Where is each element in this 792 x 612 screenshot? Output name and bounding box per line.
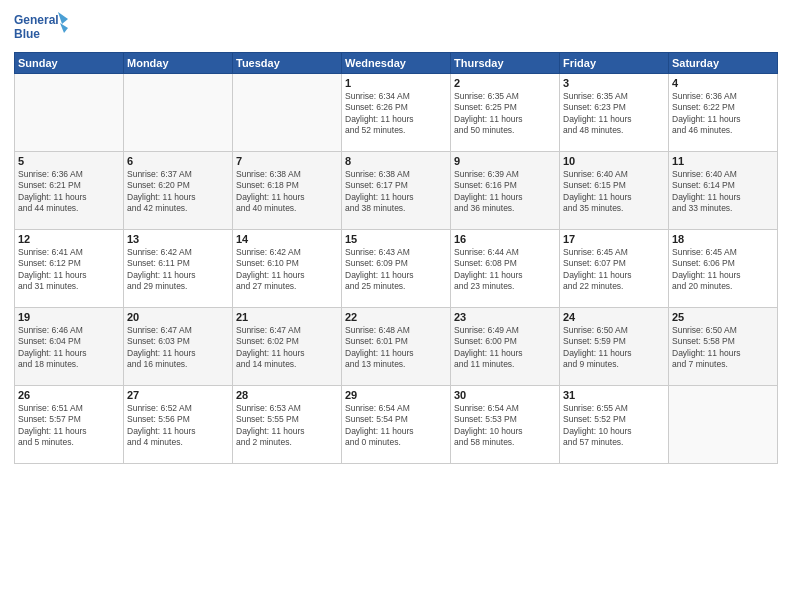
logo: General Blue (14, 10, 69, 46)
day-number: 29 (345, 389, 447, 401)
day-info: Sunrise: 6:35 AM Sunset: 6:25 PM Dayligh… (454, 91, 556, 137)
day-number: 22 (345, 311, 447, 323)
day-cell: 30Sunrise: 6:54 AM Sunset: 5:53 PM Dayli… (451, 386, 560, 464)
day-number: 31 (563, 389, 665, 401)
weekday-saturday: Saturday (669, 53, 778, 74)
day-info: Sunrise: 6:34 AM Sunset: 6:26 PM Dayligh… (345, 91, 447, 137)
day-number: 16 (454, 233, 556, 245)
day-info: Sunrise: 6:54 AM Sunset: 5:53 PM Dayligh… (454, 403, 556, 449)
day-number: 2 (454, 77, 556, 89)
day-cell: 14Sunrise: 6:42 AM Sunset: 6:10 PM Dayli… (233, 230, 342, 308)
week-row-4: 19Sunrise: 6:46 AM Sunset: 6:04 PM Dayli… (15, 308, 778, 386)
day-info: Sunrise: 6:51 AM Sunset: 5:57 PM Dayligh… (18, 403, 120, 449)
day-info: Sunrise: 6:44 AM Sunset: 6:08 PM Dayligh… (454, 247, 556, 293)
week-row-5: 26Sunrise: 6:51 AM Sunset: 5:57 PM Dayli… (15, 386, 778, 464)
day-info: Sunrise: 6:42 AM Sunset: 6:11 PM Dayligh… (127, 247, 229, 293)
day-number: 12 (18, 233, 120, 245)
day-number: 28 (236, 389, 338, 401)
day-info: Sunrise: 6:50 AM Sunset: 5:59 PM Dayligh… (563, 325, 665, 371)
day-cell: 4Sunrise: 6:36 AM Sunset: 6:22 PM Daylig… (669, 74, 778, 152)
calendar-body: 1Sunrise: 6:34 AM Sunset: 6:26 PM Daylig… (15, 74, 778, 464)
day-number: 5 (18, 155, 120, 167)
weekday-tuesday: Tuesday (233, 53, 342, 74)
day-number: 20 (127, 311, 229, 323)
day-info: Sunrise: 6:39 AM Sunset: 6:16 PM Dayligh… (454, 169, 556, 215)
day-cell: 12Sunrise: 6:41 AM Sunset: 6:12 PM Dayli… (15, 230, 124, 308)
day-number: 21 (236, 311, 338, 323)
day-cell: 26Sunrise: 6:51 AM Sunset: 5:57 PM Dayli… (15, 386, 124, 464)
day-number: 7 (236, 155, 338, 167)
day-cell: 13Sunrise: 6:42 AM Sunset: 6:11 PM Dayli… (124, 230, 233, 308)
day-cell: 22Sunrise: 6:48 AM Sunset: 6:01 PM Dayli… (342, 308, 451, 386)
week-row-3: 12Sunrise: 6:41 AM Sunset: 6:12 PM Dayli… (15, 230, 778, 308)
day-number: 26 (18, 389, 120, 401)
svg-text:General: General (14, 13, 59, 27)
weekday-thursday: Thursday (451, 53, 560, 74)
day-info: Sunrise: 6:38 AM Sunset: 6:18 PM Dayligh… (236, 169, 338, 215)
day-number: 23 (454, 311, 556, 323)
day-cell: 16Sunrise: 6:44 AM Sunset: 6:08 PM Dayli… (451, 230, 560, 308)
day-cell: 18Sunrise: 6:45 AM Sunset: 6:06 PM Dayli… (669, 230, 778, 308)
day-number: 1 (345, 77, 447, 89)
day-number: 9 (454, 155, 556, 167)
day-cell: 3Sunrise: 6:35 AM Sunset: 6:23 PM Daylig… (560, 74, 669, 152)
svg-marker-3 (60, 23, 68, 33)
day-number: 11 (672, 155, 774, 167)
day-number: 25 (672, 311, 774, 323)
day-cell: 24Sunrise: 6:50 AM Sunset: 5:59 PM Dayli… (560, 308, 669, 386)
day-cell: 10Sunrise: 6:40 AM Sunset: 6:15 PM Dayli… (560, 152, 669, 230)
day-cell: 8Sunrise: 6:38 AM Sunset: 6:17 PM Daylig… (342, 152, 451, 230)
day-number: 3 (563, 77, 665, 89)
day-cell: 21Sunrise: 6:47 AM Sunset: 6:02 PM Dayli… (233, 308, 342, 386)
week-row-1: 1Sunrise: 6:34 AM Sunset: 6:26 PM Daylig… (15, 74, 778, 152)
day-number: 27 (127, 389, 229, 401)
day-cell: 19Sunrise: 6:46 AM Sunset: 6:04 PM Dayli… (15, 308, 124, 386)
weekday-wednesday: Wednesday (342, 53, 451, 74)
day-number: 10 (563, 155, 665, 167)
weekday-friday: Friday (560, 53, 669, 74)
day-info: Sunrise: 6:43 AM Sunset: 6:09 PM Dayligh… (345, 247, 447, 293)
header: General Blue (14, 10, 778, 46)
day-number: 18 (672, 233, 774, 245)
svg-text:Blue: Blue (14, 27, 40, 41)
day-cell (15, 74, 124, 152)
day-cell: 29Sunrise: 6:54 AM Sunset: 5:54 PM Dayli… (342, 386, 451, 464)
day-info: Sunrise: 6:47 AM Sunset: 6:03 PM Dayligh… (127, 325, 229, 371)
weekday-row: SundayMondayTuesdayWednesdayThursdayFrid… (15, 53, 778, 74)
day-info: Sunrise: 6:48 AM Sunset: 6:01 PM Dayligh… (345, 325, 447, 371)
day-cell: 17Sunrise: 6:45 AM Sunset: 6:07 PM Dayli… (560, 230, 669, 308)
day-info: Sunrise: 6:49 AM Sunset: 6:00 PM Dayligh… (454, 325, 556, 371)
day-cell (233, 74, 342, 152)
day-cell: 20Sunrise: 6:47 AM Sunset: 6:03 PM Dayli… (124, 308, 233, 386)
day-info: Sunrise: 6:45 AM Sunset: 6:07 PM Dayligh… (563, 247, 665, 293)
day-info: Sunrise: 6:40 AM Sunset: 6:15 PM Dayligh… (563, 169, 665, 215)
day-number: 14 (236, 233, 338, 245)
day-number: 30 (454, 389, 556, 401)
day-info: Sunrise: 6:38 AM Sunset: 6:17 PM Dayligh… (345, 169, 447, 215)
day-cell: 2Sunrise: 6:35 AM Sunset: 6:25 PM Daylig… (451, 74, 560, 152)
calendar-table: SundayMondayTuesdayWednesdayThursdayFrid… (14, 52, 778, 464)
day-cell: 27Sunrise: 6:52 AM Sunset: 5:56 PM Dayli… (124, 386, 233, 464)
day-number: 17 (563, 233, 665, 245)
day-cell: 23Sunrise: 6:49 AM Sunset: 6:00 PM Dayli… (451, 308, 560, 386)
day-info: Sunrise: 6:54 AM Sunset: 5:54 PM Dayligh… (345, 403, 447, 449)
general-blue-logo: General Blue (14, 10, 69, 46)
day-info: Sunrise: 6:35 AM Sunset: 6:23 PM Dayligh… (563, 91, 665, 137)
day-cell (124, 74, 233, 152)
day-number: 24 (563, 311, 665, 323)
day-cell: 6Sunrise: 6:37 AM Sunset: 6:20 PM Daylig… (124, 152, 233, 230)
day-number: 4 (672, 77, 774, 89)
day-info: Sunrise: 6:52 AM Sunset: 5:56 PM Dayligh… (127, 403, 229, 449)
day-cell: 15Sunrise: 6:43 AM Sunset: 6:09 PM Dayli… (342, 230, 451, 308)
day-info: Sunrise: 6:55 AM Sunset: 5:52 PM Dayligh… (563, 403, 665, 449)
day-info: Sunrise: 6:45 AM Sunset: 6:06 PM Dayligh… (672, 247, 774, 293)
day-info: Sunrise: 6:42 AM Sunset: 6:10 PM Dayligh… (236, 247, 338, 293)
day-info: Sunrise: 6:36 AM Sunset: 6:21 PM Dayligh… (18, 169, 120, 215)
week-row-2: 5Sunrise: 6:36 AM Sunset: 6:21 PM Daylig… (15, 152, 778, 230)
day-info: Sunrise: 6:41 AM Sunset: 6:12 PM Dayligh… (18, 247, 120, 293)
day-number: 6 (127, 155, 229, 167)
day-cell: 11Sunrise: 6:40 AM Sunset: 6:14 PM Dayli… (669, 152, 778, 230)
day-info: Sunrise: 6:40 AM Sunset: 6:14 PM Dayligh… (672, 169, 774, 215)
weekday-monday: Monday (124, 53, 233, 74)
day-info: Sunrise: 6:46 AM Sunset: 6:04 PM Dayligh… (18, 325, 120, 371)
